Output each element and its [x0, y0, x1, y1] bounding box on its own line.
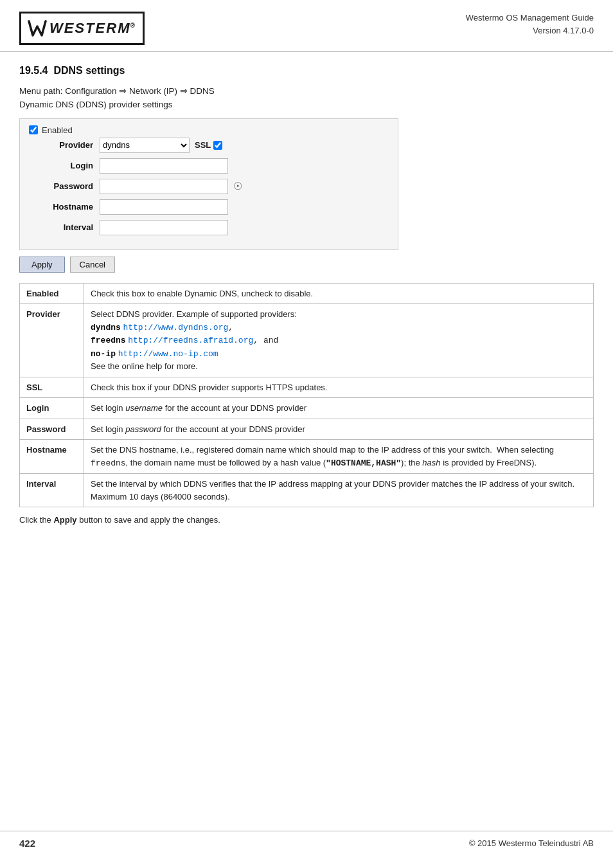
- interval-label: Interval: [29, 222, 100, 232]
- section-title: 19.5.4 DDNS settings: [19, 65, 594, 77]
- hostname-input-area: [100, 199, 228, 215]
- menu-path: Menu path: Configuration ⇒ Network (IP) …: [19, 86, 594, 96]
- interval-row: Interval 600: [29, 220, 389, 235]
- provider-label: Provider: [29, 140, 100, 150]
- apply-button[interactable]: Apply: [19, 257, 65, 273]
- desc-provider: Select DDNS provider. Example of support…: [84, 304, 594, 377]
- ssl-text: SSL: [195, 140, 211, 150]
- enabled-checkbox[interactable]: [29, 125, 38, 134]
- noip-link[interactable]: http://www.no-ip.com: [118, 349, 218, 359]
- hostname-input[interactable]: [100, 199, 228, 215]
- ssl-checkbox[interactable]: [213, 141, 222, 150]
- desc-login: Set login username for the account at yo…: [84, 398, 594, 419]
- table-row: Enabled Check this box to enable Dynamic…: [20, 283, 594, 304]
- table-row: SSL Check this box if your DDNS provider…: [20, 377, 594, 398]
- provider-input-area: dyndns freedns no-ip SSL: [100, 138, 222, 153]
- copyright: © 2015 Westermo Teleindustri AB: [469, 838, 594, 848]
- hostname-row: Hostname: [29, 199, 389, 215]
- desc-enabled: Check this box to enable Dynamic DNS, un…: [84, 283, 594, 304]
- field-provider: Provider: [20, 304, 84, 377]
- desc-hostname: Set the DNS hostname, i.e., registered d…: [84, 440, 594, 474]
- interval-input-area: 600: [100, 220, 228, 235]
- logo-wordmark: WESTERM®: [49, 20, 136, 37]
- logo-box: WESTERM®: [19, 12, 145, 45]
- login-row: Login: [29, 158, 389, 174]
- freedns-link[interactable]: http://freedns.afraid.org: [128, 336, 253, 345]
- hostname-label: Hostname: [29, 202, 100, 212]
- enabled-label: Enabled: [42, 125, 73, 135]
- description-table: Enabled Check this box to enable Dynamic…: [19, 283, 594, 508]
- field-interval: Interval: [20, 474, 84, 507]
- button-row: Apply Cancel: [19, 257, 594, 273]
- main-content: 19.5.4 DDNS settings Menu path: Configur…: [0, 52, 613, 570]
- interval-input[interactable]: 600: [100, 220, 228, 235]
- password-input-area: ☉: [100, 179, 242, 194]
- enabled-row: Enabled: [29, 125, 389, 135]
- dyndns-link[interactable]: http://www.dyndns.org: [123, 323, 228, 332]
- version-label: Version 4.17.0-0: [466, 24, 594, 37]
- header-title: Westermo OS Management Guide Version 4.1…: [466, 12, 594, 37]
- field-password: Password: [20, 419, 84, 440]
- logo: WESTERM®: [19, 12, 145, 45]
- provider-select[interactable]: dyndns freedns no-ip: [100, 138, 190, 153]
- field-ssl: SSL: [20, 377, 84, 398]
- password-label: Password: [29, 181, 100, 191]
- password-input[interactable]: [100, 179, 228, 194]
- desc-interval: Set the interval by which DDNS verifies …: [84, 474, 594, 507]
- table-row: Interval Set the interval by which DDNS …: [20, 474, 594, 507]
- section-number: 19.5.4: [19, 65, 48, 76]
- provider-row: Provider dyndns freedns no-ip SSL: [29, 138, 389, 153]
- show-password-icon[interactable]: ☉: [233, 180, 242, 192]
- field-hostname: Hostname: [20, 440, 84, 474]
- login-input-area: [100, 158, 228, 174]
- login-input[interactable]: [100, 158, 228, 174]
- cancel-button[interactable]: Cancel: [70, 257, 115, 273]
- section-description: Dynamic DNS (DDNS) provider settings: [19, 100, 594, 109]
- ssl-label: SSL: [195, 140, 222, 150]
- page-number: 422: [19, 838, 35, 849]
- table-row: Provider Select DDNS provider. Example o…: [20, 304, 594, 377]
- field-enabled: Enabled: [20, 283, 84, 304]
- apply-bold-label: Apply: [53, 515, 76, 525]
- table-row: Password Set login password for the acco…: [20, 419, 594, 440]
- field-login: Login: [20, 398, 84, 419]
- login-label: Login: [29, 161, 100, 170]
- settings-panel: Enabled Provider dyndns freedns no-ip SS…: [19, 118, 398, 250]
- table-row: Login Set login username for the account…: [20, 398, 594, 419]
- logo-w-letter: [28, 17, 47, 39]
- desc-ssl: Check this box if your DDNS provider sup…: [84, 377, 594, 398]
- footer-note: Click the Apply button to save and apply…: [19, 515, 594, 525]
- page-footer: 422 © 2015 Westermo Teleindustri AB: [0, 831, 613, 855]
- page-header: WESTERM® Westermo OS Management Guide Ve…: [0, 0, 613, 52]
- password-row: Password ☉: [29, 179, 389, 194]
- guide-title: Westermo OS Management Guide: [466, 12, 594, 24]
- desc-password: Set login password for the account at yo…: [84, 419, 594, 440]
- section-heading: DDNS settings: [53, 65, 125, 76]
- table-row: Hostname Set the DNS hostname, i.e., reg…: [20, 440, 594, 474]
